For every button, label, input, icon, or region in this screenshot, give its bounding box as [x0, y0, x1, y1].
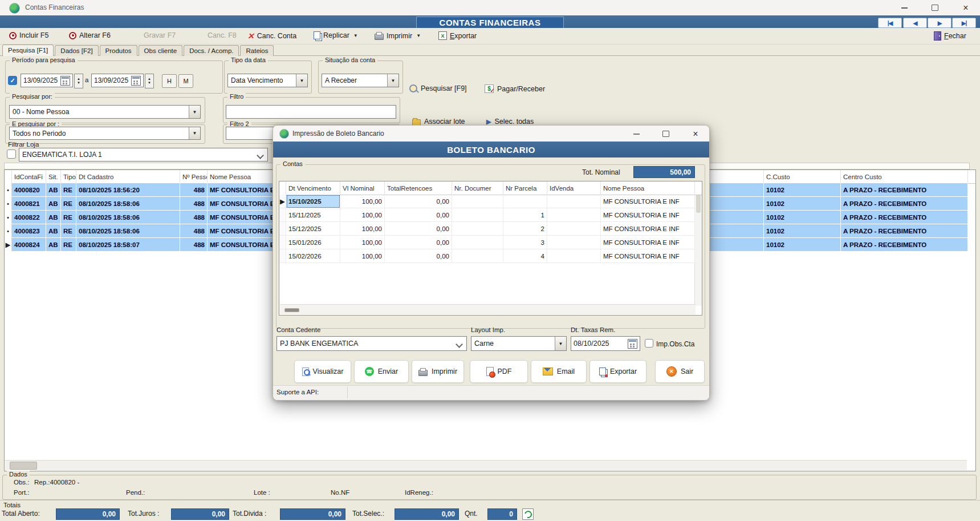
grid-cell[interactable] — [452, 195, 503, 208]
dropdown-arrow-icon[interactable]: ▼ — [189, 127, 200, 139]
grid-cell[interactable]: MF CONSULTORIA E INF — [601, 195, 695, 208]
incluir-button[interactable]: Incluir F5 — [9, 31, 48, 39]
grid-cell[interactable]: RE — [61, 211, 76, 224]
data-inicial-spinner[interactable]: ▲▼ — [74, 74, 83, 88]
fechar-button[interactable]: Fechar — [934, 31, 966, 41]
grid-cell[interactable]: AB — [46, 224, 61, 238]
grid-cell[interactable]: 4000822 — [12, 211, 46, 224]
grid-column-header[interactable]: TotalRetencoes — [385, 181, 452, 195]
grid-column-header[interactable]: C.Custo — [764, 170, 841, 183]
visualizar-button[interactable]: Visualizar — [294, 360, 351, 383]
conta-cedente-select[interactable]: PJ BANK ENGEMATICA — [276, 336, 467, 351]
tab-obs-cliente[interactable]: Obs cliente — [139, 45, 183, 56]
dropdown-arrow-icon[interactable]: ▼ — [387, 74, 398, 87]
exportar-button[interactable]: Exportar — [589, 360, 646, 383]
pesquisar-button[interactable]: Pesquisar [F9] — [409, 84, 467, 92]
grid-column-header[interactable]: Nr. Documer — [452, 181, 503, 195]
grid-cell[interactable] — [503, 195, 547, 208]
grid-cell[interactable]: 4000820 — [12, 183, 46, 197]
associar-lote-button[interactable]: Associar lote — [412, 118, 465, 126]
grid-cell[interactable]: MF CONSULTORIA E INF — [601, 249, 695, 263]
tab-rateios[interactable]: Rateios — [240, 45, 274, 56]
grid-cell[interactable] — [279, 249, 286, 263]
table-row[interactable]: 15/12/2025100,000,002MF CONSULTORIA E IN… — [279, 222, 702, 236]
dropdown-arrow-icon[interactable]: ▼ — [189, 106, 200, 118]
hora-button[interactable]: H — [162, 74, 177, 88]
tab-docs-acomp-[interactable]: Docs. / Acomp. — [184, 45, 239, 56]
layout-imp-select[interactable]: Carne▼ — [471, 336, 567, 351]
grid-cell[interactable] — [547, 236, 601, 249]
dropdown-arrow-icon[interactable]: ▼ — [296, 74, 307, 87]
data-inicial-field[interactable]: 13/09/2025 — [21, 74, 73, 87]
minimize-button[interactable] — [892, 0, 917, 15]
grid-cell[interactable]: 488 — [180, 197, 208, 211]
grid-cell[interactable] — [547, 222, 601, 236]
grid-cell[interactable]: MF CONSULTORIA E INF — [601, 236, 695, 249]
pdf-button[interactable]: PDF — [470, 360, 528, 383]
grid-cell[interactable]: RE — [61, 183, 76, 197]
imprimir-button[interactable]: Imprimir — [412, 360, 464, 383]
grid-cell[interactable]: RE — [61, 238, 76, 252]
dt-taxas-field[interactable]: 08/10/2025 — [571, 336, 640, 351]
e-pesquisar-select[interactable]: Todos no Periodo▼ — [9, 127, 201, 140]
sair-button[interactable]: ✕Sair — [655, 360, 705, 383]
grid-cell[interactable]: 100,00 — [340, 249, 385, 263]
selec-todas-button[interactable]: ▶Selec. todas — [486, 118, 534, 126]
grid-cell[interactable]: • — [5, 211, 12, 224]
grid-cell[interactable]: 0,00 — [385, 222, 452, 236]
grid-cell[interactable]: 10102 — [764, 211, 841, 224]
grid-cell[interactable] — [452, 208, 503, 222]
grid-cell[interactable]: 10102 — [764, 197, 841, 211]
scrollbar-thumb[interactable] — [284, 308, 299, 312]
tab-dados-f2-[interactable]: Dados [F2] — [55, 45, 98, 56]
grid-cell[interactable]: MF CONSULTORIA E INF — [601, 222, 695, 236]
grid-cell[interactable]: A PRAZO - RECEBIMENTO — [841, 183, 968, 197]
grid-cell[interactable]: 08/10/2025 18:58:06 — [76, 211, 180, 224]
grid-cell[interactable]: ▶ — [5, 238, 12, 252]
grid-cell[interactable]: 4000823 — [12, 224, 46, 238]
dropdown-arrow-icon[interactable]: ▼ — [555, 337, 566, 350]
calendar-icon[interactable] — [628, 339, 637, 349]
grid-cell[interactable]: 08/10/2025 18:58:06 — [76, 197, 180, 211]
grid-column-header[interactable]: Dt Cadastro — [76, 170, 180, 183]
nav-first-button[interactable]: |◀ — [878, 18, 902, 28]
grid-cell[interactable]: 15/12/2025 — [286, 222, 340, 236]
grid-cell[interactable]: 0,00 — [385, 208, 452, 222]
grid-cell[interactable]: AB — [46, 183, 61, 197]
grid-cell[interactable]: 08/10/2025 18:58:07 — [76, 238, 180, 252]
grid-column-header[interactable]: IdContaFi — [12, 170, 46, 183]
grid-cell[interactable]: 15/11/2025 — [286, 208, 340, 222]
imp-obs-checkbox[interactable] — [645, 339, 653, 348]
grid-cell[interactable]: 488 — [180, 211, 208, 224]
close-button[interactable]: × — [953, 0, 978, 15]
modal-close-button[interactable]: × — [687, 128, 704, 139]
grid-cell[interactable] — [279, 208, 286, 222]
cancelar-conta-button[interactable]: ✕Canc. Conta — [247, 31, 296, 41]
grid-cell[interactable]: 488 — [180, 238, 208, 252]
grid-cell[interactable] — [452, 236, 503, 249]
grid-column-header[interactable]: Nº Pessoa — [180, 170, 208, 183]
alterar-button[interactable]: Alterar F6 — [69, 31, 111, 39]
data-final-spinner[interactable]: ▲▼ — [145, 74, 154, 88]
grid-cell[interactable] — [279, 236, 286, 249]
email-button[interactable]: Email — [531, 360, 587, 383]
grid-cell[interactable]: A PRAZO - RECEBIMENTO — [841, 238, 968, 252]
filtrar-loja-checkbox[interactable] — [7, 150, 16, 159]
nav-next-button[interactable]: ▶ — [928, 18, 951, 28]
grid-column-header[interactable]: Dt Vencimento — [286, 181, 340, 195]
nav-prev-button[interactable]: ◀ — [903, 18, 927, 28]
grid-cell[interactable]: 488 — [180, 224, 208, 238]
grid-cell[interactable]: 15/10/2025 — [286, 195, 340, 208]
grid-cell[interactable]: AB — [46, 211, 61, 224]
nav-last-button[interactable]: ▶| — [952, 18, 976, 28]
modal-maximize-button[interactable] — [657, 128, 674, 139]
grid-cell[interactable] — [547, 195, 601, 208]
grid-cell[interactable]: A PRAZO - RECEBIMENTO — [841, 197, 968, 211]
grid-cell[interactable]: 0,00 — [385, 249, 452, 263]
grid-cell[interactable]: AB — [46, 197, 61, 211]
grid-cell[interactable]: 08/10/2025 18:58:06 — [76, 224, 180, 238]
grid-cell[interactable]: A PRAZO - RECEBIMENTO — [841, 224, 968, 238]
grid-cell[interactable]: 10102 — [764, 183, 841, 197]
situacao-select[interactable]: A Receber▼ — [322, 74, 399, 87]
grid-cell[interactable] — [547, 249, 601, 263]
